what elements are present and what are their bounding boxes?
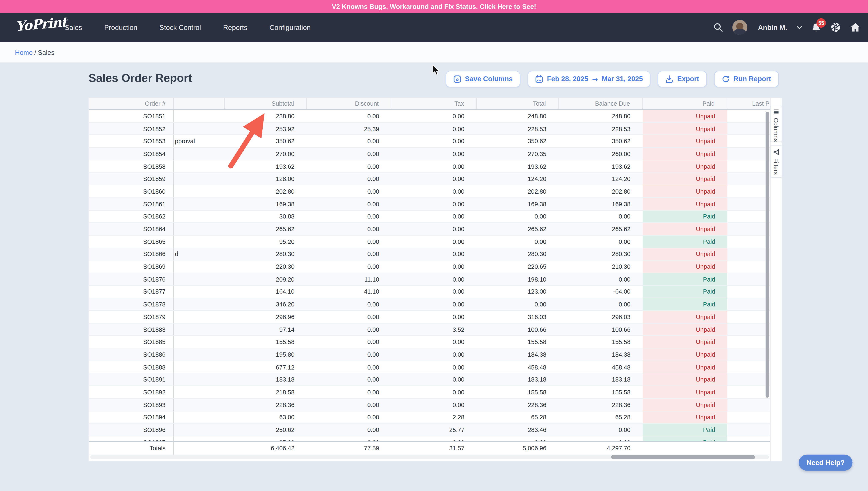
home-icon[interactable] (850, 23, 860, 32)
save-columns-button[interactable]: Save Columns (445, 71, 520, 88)
totals-subtotal: 6,406.42 (225, 442, 307, 455)
column-header-total[interactable]: Total (477, 98, 559, 109)
paid-status: Unpaid (643, 361, 727, 373)
paid-status: Unpaid (643, 173, 727, 185)
aperture-icon[interactable] (831, 22, 841, 33)
table-row[interactable]: SO1864265.620.000.00265.62265.62Unpaid (89, 223, 781, 235)
table-row[interactable]: SO1888677.120.000.00458.48458.48Unpaid (89, 361, 781, 374)
nav-item-sales[interactable]: Sales (65, 23, 82, 31)
paid-status: Paid (643, 273, 727, 285)
user-name[interactable]: Anbin M. (758, 23, 787, 31)
run-report-button[interactable]: Run Report (714, 71, 779, 88)
chevron-down-icon[interactable] (797, 26, 802, 29)
table-row[interactable]: SO1879296.960.000.00316.03296.03Unpaid (89, 311, 781, 323)
paid-status: Unpaid (643, 160, 727, 172)
tax: 0.00 (391, 273, 477, 285)
last-payment (727, 348, 769, 360)
tax: 3.52 (391, 323, 477, 335)
nav-item-reports[interactable]: Reports (223, 23, 247, 31)
order-number: SO1865 (89, 236, 174, 248)
table-row[interactable]: SO1854270.000.000.00270.35260.00Unpaid (89, 148, 781, 160)
tax: 0.00 (391, 148, 477, 160)
table-row[interactable]: SO1885155.580.000.00155.58155.58Unpaid (89, 336, 781, 348)
total: 169.38 (477, 198, 559, 210)
table-row[interactable]: SO1892218.580.000.00155.58155.58Unpaid (89, 386, 781, 399)
nav-item-production[interactable]: Production (104, 23, 137, 31)
table-row[interactable]: SO1878346.200.000.000.000.00Paid (89, 298, 781, 311)
tab-filters[interactable]: Filters (770, 146, 782, 178)
table-row[interactable]: SO1853pproval350.620.000.00350.62350.62U… (89, 135, 781, 148)
breadcrumb-home-link[interactable]: Home (15, 48, 33, 56)
column-header-balance-due[interactable]: Balance Due (559, 98, 643, 109)
date-range-button[interactable]: Feb 28, 2025 → Mar 31, 2025 (528, 71, 651, 88)
avatar[interactable] (732, 20, 748, 35)
table-row[interactable]: SO1866d280.300.000.00280.30280.30Unpaid (89, 248, 781, 260)
tax: 0.00 (391, 348, 477, 360)
table-row[interactable]: SO1876209.2011.100.00198.100.00Paid (89, 273, 781, 286)
table-row[interactable]: SO1886195.800.000.00184.38184.38Unpaid (89, 348, 781, 361)
column-header-discount[interactable]: Discount (307, 98, 391, 109)
discount: 0.00 (307, 361, 391, 373)
last-payment (727, 160, 769, 172)
tax: 0.00 (391, 436, 477, 442)
brand-logo[interactable]: YoPrint (15, 14, 67, 34)
subtotal: 95.20 (225, 236, 307, 248)
column-header-last-p[interactable]: Last P (727, 98, 769, 109)
vertical-scrollbar[interactable] (766, 112, 769, 398)
table-row[interactable]: SO1859128.000.000.00124.20124.20Unpaid (89, 173, 781, 185)
table-row[interactable]: SO1860202.800.000.00202.80202.80Unpaid (89, 185, 781, 198)
subtotal: 195.80 (225, 348, 307, 360)
table-row[interactable]: SO1852253.9225.390.00228.53228.53Unpaid (89, 122, 781, 135)
paid-status: Unpaid (643, 261, 727, 273)
last-payment (727, 210, 769, 223)
table-row[interactable]: SO1858193.620.000.00193.62193.62Unpaid (89, 160, 781, 173)
status-fragment (174, 236, 225, 248)
table-row[interactable]: SO188397.140.003.52100.66100.66Unpaid (89, 323, 781, 336)
column-header-paid[interactable]: Paid (643, 98, 727, 109)
notifications-button[interactable]: 55 (811, 22, 821, 32)
column-header-subtotal[interactable]: Subtotal (225, 98, 307, 109)
tax: 0.00 (391, 374, 477, 385)
last-payment (727, 273, 769, 285)
tax: 0.00 (391, 198, 477, 210)
subtotal: 220.30 (225, 261, 307, 273)
export-button[interactable]: Export (658, 71, 707, 88)
table-row-partial[interactable]: SO189795.200.000.000.000.00Paid (89, 436, 781, 442)
table-row[interactable]: SO1869220.300.000.00220.65210.30Unpaid (89, 261, 781, 273)
table-row[interactable]: SO186595.200.000.000.000.00Paid (89, 236, 781, 248)
last-payment (727, 261, 769, 273)
table-row[interactable]: SO1893228.360.000.00228.36228.36Unpaid (89, 399, 781, 411)
table-row[interactable]: SO1877164.1041.100.00123.00-64.00Paid (89, 286, 781, 298)
column-header-order-[interactable]: Order # (89, 98, 174, 109)
announcement-banner[interactable]: V2 Knowns Bugs, Workaround and Fix Statu… (0, 0, 868, 13)
subtotal: 350.62 (225, 135, 307, 147)
last-payment (727, 286, 769, 298)
column-header-hidden[interactable] (174, 98, 225, 109)
tax: 2.28 (391, 411, 477, 423)
column-header-tax[interactable]: Tax (391, 98, 477, 109)
paid-status: Unpaid (643, 135, 727, 147)
tab-columns[interactable]: Columns (770, 106, 782, 142)
search-icon[interactable] (714, 23, 723, 32)
status-fragment (174, 424, 225, 436)
nav-item-stock-control[interactable]: Stock Control (159, 23, 201, 31)
tax: 0.00 (391, 298, 477, 310)
balance-due: 183.18 (559, 374, 643, 385)
horizontal-scrollbar-thumb[interactable] (611, 455, 755, 459)
table-row[interactable]: SO1861169.380.000.00169.38169.38Unpaid (89, 198, 781, 210)
arrow-right-icon: → (592, 75, 598, 83)
total: 316.03 (477, 311, 559, 323)
table-row[interactable]: SO186230.880.000.000.000.00Paid (89, 210, 781, 223)
total: 220.65 (477, 261, 559, 273)
save-icon (454, 75, 461, 83)
table-row[interactable]: SO189463.000.002.2865.2865.28Unpaid (89, 411, 781, 424)
need-help-button[interactable]: Need Help? (799, 455, 852, 471)
need-help-label: Need Help? (807, 459, 845, 466)
table-row[interactable]: SO1896250.620.0025.77283.460.00Paid (89, 424, 781, 436)
nav-item-configuration[interactable]: Configuration (270, 23, 311, 31)
run-report-label: Run Report (734, 75, 771, 83)
balance-due: 0.00 (559, 424, 643, 436)
table-row[interactable]: SO1891183.180.000.00183.18183.18Unpaid (89, 374, 781, 386)
table-row[interactable]: SO1851238.800.000.00248.80248.80Unpaid (89, 110, 781, 122)
discount: 25.39 (307, 122, 391, 135)
